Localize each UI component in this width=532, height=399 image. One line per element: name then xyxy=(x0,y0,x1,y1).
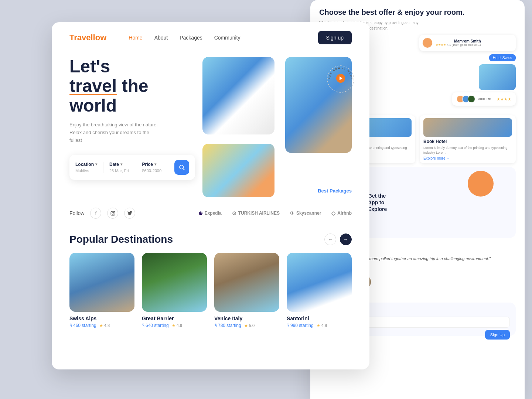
hero-left: Let's travel the world Enjoy the breatht… xyxy=(69,57,195,180)
great-barrier-image xyxy=(142,253,207,312)
avatar-group xyxy=(457,95,475,103)
reviews-count-badge: 300+ Re... ★★★★ xyxy=(452,92,516,106)
follow-label: Follow xyxy=(69,210,84,216)
nav-packages[interactable]: Packages xyxy=(180,35,202,41)
see-how-widget[interactable]: SEE HOW IT WORK xyxy=(326,64,355,94)
follow-section: Follow f ⊕ Expedia ⊙ TURKISH AIRLINES ✈ … xyxy=(52,200,369,226)
location-label: Location ▾ xyxy=(75,162,97,167)
destination-card-barrier[interactable]: Great Barrier $ 640 starting ★ 4.9 xyxy=(142,253,207,328)
newsletter-signup-button[interactable]: Sign Up xyxy=(485,330,510,340)
reviewer-rating: ★★★★ 4.1 (100+ good product...) xyxy=(436,43,481,47)
main-card: Travellow Home About Packages Community … xyxy=(52,22,369,369)
brand-logo: Travellow xyxy=(69,33,106,42)
hotel-badge: Hotel Swiss xyxy=(489,54,516,61)
swiss-alps-image xyxy=(69,253,134,312)
price-arrow-icon: ▾ xyxy=(154,162,156,166)
venice-price: $ 780 starting ★ 5.0 xyxy=(214,323,279,328)
hero-title: Let's travel the world xyxy=(69,57,195,115)
destination-card-swiss[interactable]: Swiss Alps $ 460 starting ★ 4.8 xyxy=(69,253,134,328)
hero-section: Let's travel the world Enjoy the breatht… xyxy=(52,53,369,197)
book-hotel-title: Book Hotel xyxy=(423,139,512,144)
app-promo-text: Get the App to Explore xyxy=(368,192,510,213)
hero-title-highlight: travel xyxy=(69,76,117,96)
great-barrier-price: $ 640 starting ★ 4.9 xyxy=(142,323,207,328)
offer-title: Choose the best offer & enjoy your room. xyxy=(319,7,516,17)
price-label: Price ▾ xyxy=(142,162,163,167)
turkish-airlines-logo: ⊙ TURKISH AIRLINES xyxy=(232,210,280,216)
facebook-icon[interactable]: f xyxy=(90,208,101,219)
hero-image-bottom xyxy=(202,144,274,197)
skyscanner-logo: ✈ Skyscanner xyxy=(290,210,321,216)
partner-logos: ⊕ Expedia ⊙ TURKISH AIRLINES ✈ Skyscanne… xyxy=(141,210,352,216)
nav-links: Home About Packages Community xyxy=(129,35,303,41)
search-bar: Location ▾ Maldivs Date ▾ 26 Mar, Fri Pr… xyxy=(69,155,195,180)
nav-community[interactable]: Community xyxy=(214,35,241,41)
great-barrier-name: Great Barrier xyxy=(142,316,207,321)
search-price[interactable]: Price ▾ $600-2000 xyxy=(142,162,169,173)
hero-images: SEE HOW IT WORK Best Packages xyxy=(202,57,352,197)
location-value: Maldivs xyxy=(75,168,97,173)
logo-part2: low xyxy=(93,33,107,42)
nav-home[interactable]: Home xyxy=(129,35,142,41)
date-label: Date ▾ xyxy=(109,162,130,167)
airbnb-logo: ◇ Airbnb xyxy=(331,210,352,216)
book-hotel-explore[interactable]: Explore more → xyxy=(423,156,512,160)
destination-card-santorini[interactable]: Santorini $ 990 starting ★ 4.9 xyxy=(287,253,352,328)
book-hotel-option[interactable]: Book Hotel Lorem is imply dummy text of … xyxy=(420,115,516,163)
next-arrow[interactable]: → xyxy=(340,233,352,245)
carousel-arrows: ← → xyxy=(324,233,352,245)
price-value: $600-2000 xyxy=(142,168,163,173)
search-location[interactable]: Location ▾ Maldivs xyxy=(75,162,103,173)
santorini-name: Santorini xyxy=(287,316,352,321)
hero-title-line3: world xyxy=(69,96,117,115)
location-arrow-icon: ▾ xyxy=(95,162,97,166)
expedia-logo: ⊕ Expedia xyxy=(198,210,222,216)
hotel-image xyxy=(423,118,512,137)
orange-circle-decoration xyxy=(468,171,494,197)
prev-arrow[interactable]: ← xyxy=(324,233,336,245)
room-preview-image xyxy=(479,64,516,90)
logo-part1: Travel xyxy=(69,33,93,42)
svg-point-6 xyxy=(114,212,114,212)
play-button[interactable] xyxy=(336,74,345,83)
search-icon xyxy=(178,164,185,171)
destinations-grid: Swiss Alps $ 460 starting ★ 4.8 Great Ba… xyxy=(69,253,352,328)
popular-title: Popular Destinations xyxy=(69,233,173,245)
avatar-3 xyxy=(468,95,475,103)
svg-rect-4 xyxy=(111,211,115,215)
hero-title-rest: the xyxy=(117,76,148,96)
svg-point-5 xyxy=(112,212,114,214)
destination-card-venice[interactable]: Venice Italy $ 780 starting ★ 5.0 xyxy=(214,253,279,328)
popular-section: Popular Destinations ← → Swiss Alps $ 46… xyxy=(52,226,369,335)
reviewer-card: Mamrom Smith ★★★★ 4.1 (100+ good product… xyxy=(419,35,516,51)
santorini-rating: ★ 4.9 xyxy=(317,323,327,328)
app-promo: Get the App to Explore xyxy=(368,192,510,213)
great-barrier-rating: ★ 4.9 xyxy=(172,323,182,328)
search-date[interactable]: Date ▾ 26 Mar, Fri xyxy=(109,162,136,173)
reviewer-name: Mamrom Smith xyxy=(436,39,481,43)
svg-point-0 xyxy=(180,165,184,169)
search-button[interactable] xyxy=(174,160,189,175)
hero-description: Enjoy the breathtaking view of the natur… xyxy=(69,121,158,144)
hero-image-main xyxy=(202,57,274,134)
instagram-icon[interactable] xyxy=(107,208,118,219)
swiss-alps-price: $ 460 starting ★ 4.8 xyxy=(69,323,134,328)
signup-button[interactable]: Sign up xyxy=(318,31,352,44)
swiss-alps-name: Swiss Alps xyxy=(69,316,134,321)
navigation: Travellow Home About Packages Community … xyxy=(52,22,369,53)
best-packages-link[interactable]: Best Packages xyxy=(318,188,352,194)
date-value: 26 Mar, Fri xyxy=(109,168,130,173)
venice-name: Venice Italy xyxy=(214,316,279,321)
popular-header: Popular Destinations ← → xyxy=(69,233,352,245)
svg-line-1 xyxy=(183,168,184,170)
book-hotel-desc: Lorem is imply dummy text of the printin… xyxy=(423,146,512,155)
nav-about[interactable]: About xyxy=(154,35,168,41)
venice-rating: ★ 5.0 xyxy=(244,323,255,328)
twitter-icon[interactable] xyxy=(124,208,135,219)
swiss-alps-rating: ★ 4.8 xyxy=(99,323,110,328)
reviewer-avatar xyxy=(422,38,433,48)
santorini-price: $ 990 starting ★ 4.9 xyxy=(287,323,352,328)
hero-title-line1: Let's xyxy=(69,57,110,76)
reviews-count-text: 300+ Re... xyxy=(478,97,494,101)
review-star: ★★★★ xyxy=(497,97,511,102)
